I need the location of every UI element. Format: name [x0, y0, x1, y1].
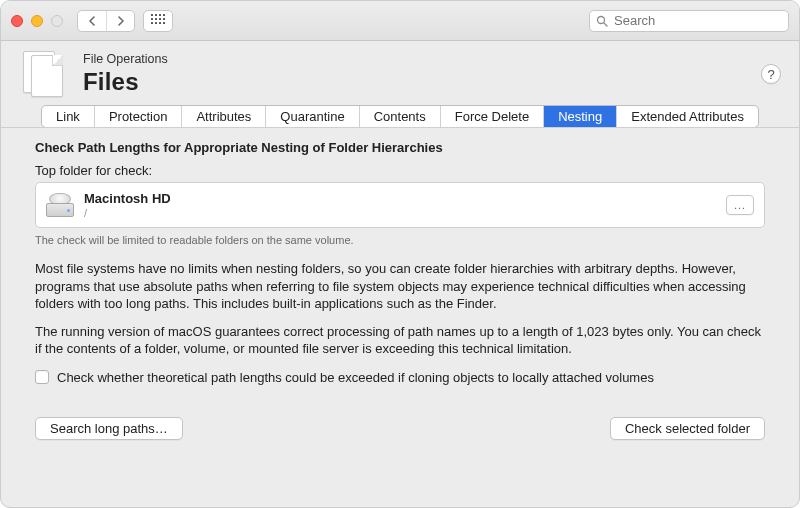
- tab-quarantine[interactable]: Quarantine: [266, 106, 359, 127]
- pane-header: File Operations Files ?: [1, 41, 799, 105]
- files-pane-icon: [19, 49, 69, 99]
- folder-name: Macintosh HD: [84, 191, 171, 206]
- preferences-window: File Operations Files ? Link Protection …: [0, 0, 800, 508]
- show-all-button[interactable]: [143, 10, 173, 32]
- svg-point-0: [598, 16, 605, 23]
- section-title: Check Path Lengths for Appropriate Nesti…: [35, 140, 765, 155]
- forward-button[interactable]: [106, 11, 134, 31]
- search-input[interactable]: [614, 13, 782, 28]
- tab-protection[interactable]: Protection: [95, 106, 183, 127]
- volume-icon: [46, 193, 74, 217]
- window-controls: [11, 15, 63, 27]
- tab-attributes[interactable]: Attributes: [182, 106, 266, 127]
- description-paragraph-2: The running version of macOS guarantees …: [35, 323, 765, 358]
- description-paragraph-1: Most file systems have no limits when ne…: [35, 260, 765, 313]
- svg-line-1: [604, 23, 607, 26]
- titlebar: [1, 1, 799, 41]
- close-icon[interactable]: [11, 15, 23, 27]
- browse-folder-button[interactable]: ...: [726, 195, 754, 215]
- pane-title: Files: [83, 68, 747, 96]
- tab-link[interactable]: Link: [42, 106, 95, 127]
- check-selected-folder-button[interactable]: Check selected folder: [610, 417, 765, 440]
- nesting-content: Check Path Lengths for Appropriate Nesti…: [1, 128, 799, 454]
- checkbox-label: Check whether theoretical path lengths c…: [57, 370, 654, 385]
- checkbox-icon[interactable]: [35, 370, 49, 384]
- tab-nesting[interactable]: Nesting: [544, 106, 617, 127]
- search-long-paths-button[interactable]: Search long paths…: [35, 417, 183, 440]
- folder-path: /: [84, 207, 171, 219]
- help-button[interactable]: ?: [761, 64, 781, 84]
- zoom-icon: [51, 15, 63, 27]
- search-icon: [596, 15, 608, 27]
- minimize-icon[interactable]: [31, 15, 43, 27]
- search-field[interactable]: [589, 10, 789, 32]
- pane-subtitle: File Operations: [83, 52, 747, 66]
- back-button[interactable]: [78, 11, 106, 31]
- tab-force-delete[interactable]: Force Delete: [441, 106, 544, 127]
- top-folder-well: Macintosh HD / ...: [35, 182, 765, 228]
- nav-segmented: [77, 10, 135, 32]
- action-buttons: Search long paths… Check selected folder: [35, 417, 765, 440]
- top-folder-label: Top folder for check:: [35, 163, 765, 178]
- grid-icon: [151, 14, 165, 28]
- tab-bar: Link Protection Attributes Quarantine Co…: [41, 105, 759, 128]
- clone-check-option[interactable]: Check whether theoretical path lengths c…: [35, 370, 765, 385]
- tab-contents[interactable]: Contents: [360, 106, 441, 127]
- tab-extended-attributes[interactable]: Extended Attributes: [617, 106, 758, 127]
- folder-hint: The check will be limited to readable fo…: [35, 234, 765, 246]
